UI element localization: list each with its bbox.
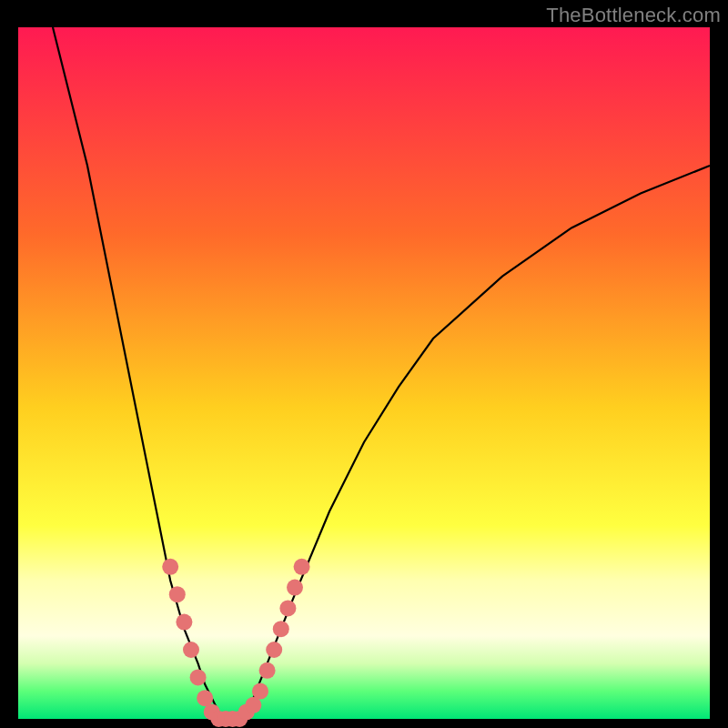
highlight-dot	[252, 683, 268, 700]
highlight-dot	[287, 580, 303, 596]
highlight-dot	[273, 621, 289, 637]
highlight-dot	[176, 614, 192, 631]
highlight-dot	[162, 559, 178, 575]
highlight-dot	[183, 642, 199, 658]
highlight-dot	[294, 559, 310, 575]
highlight-dot	[190, 669, 207, 685]
highlight-dot	[266, 642, 282, 658]
chart-frame: TheBottleneck.com	[0, 0, 728, 728]
chart-canvas	[0, 0, 728, 728]
highlight-dot	[169, 586, 186, 602]
highlight-dot	[259, 662, 276, 679]
plot-background	[18, 27, 710, 719]
highlight-dot	[279, 600, 296, 616]
